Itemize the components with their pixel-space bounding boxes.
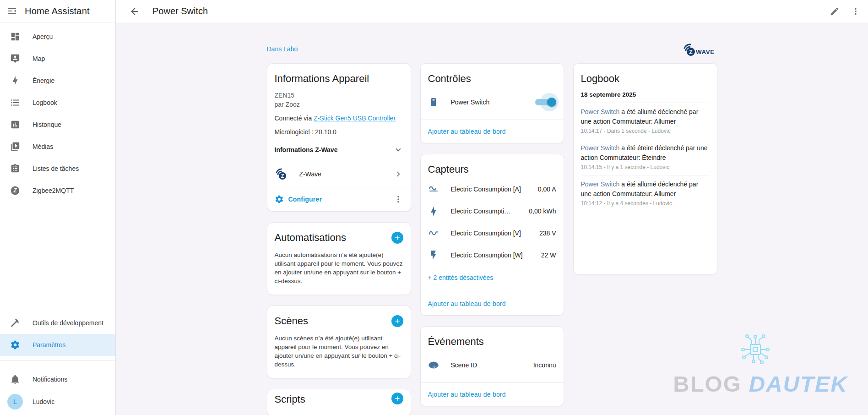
list-bulleted-icon [10,98,20,108]
logbook-meta: 10:14:17 - Dans 1 seconde - Ludovic [581,128,710,134]
current-ac-icon [428,184,439,195]
power-switch-toggle[interactable] [535,95,556,109]
sensor-row[interactable]: Electric Consumption [W] 22 W [428,244,556,266]
sidebar-item-listes-de-taches[interactable]: Listes de tâches [0,158,115,180]
menu-toggle-icon[interactable] [6,5,17,16]
zwave-integration-row[interactable]: Z Z-Wave [275,168,403,180]
eye-check-icon [428,360,439,371]
sidebar-item-energie[interactable]: Énergie [0,70,115,92]
controller-link[interactable]: Z-Stick Gen5 USB Controller [314,115,396,122]
sensor-row[interactable]: Electric Consumption [A] 0,00 A [428,178,556,200]
device-model: ZEN15 [275,91,403,100]
sidebar-nav: Aperçu Map Énergie Logbook Historique Mé… [0,22,115,202]
hammer-icon [10,318,20,328]
topbar: Power Switch [116,0,868,22]
device-info-title: Informations Appareil [275,73,403,85]
clipboard-list-icon [10,164,20,174]
sidebar-item-label: Logbook [33,99,57,106]
sidebar-item-medias[interactable]: Médias [0,136,115,158]
view-dashboard-icon [10,32,20,42]
gear-icon [10,340,20,350]
chevron-down-icon [393,145,403,155]
automations-empty-text: Aucun automatisations n’a été ajouté(e) … [275,251,403,285]
scripts-card-partial: Scripts [267,389,411,415]
sidebar-item-apercu[interactable]: Aperçu [0,26,115,48]
device-menu-icon[interactable] [393,194,403,204]
sidebar-item-label: Outils de développement [33,319,103,327]
logbook-entity-link[interactable]: Power Switch [581,108,620,115]
logbook-title: Logbook [581,73,710,85]
sidebar-item-label: Zigbee2MQTT [33,187,74,194]
automations-title: Automatisations [275,232,347,244]
sensor-label: Electric Consumption [W] [451,251,526,259]
add-scene-button[interactable] [391,315,403,327]
sensors-card: Capteurs Electric Consumption [A] 0,00 A… [420,154,564,316]
control-entity-label[interactable]: Power Switch [451,98,523,106]
scenes-empty-text: Aucun scènes n’a été ajouté(e) utilisant… [275,334,403,369]
sidebar-profile[interactable]: L Ludovic [0,390,115,413]
sidebar-item-map[interactable]: Map [0,48,115,70]
events-add-to-dashboard-link[interactable]: Ajouter au tableau de bord [428,383,556,406]
logbook-entry[interactable]: Power Switch a été éteint déclenché par … [581,139,710,175]
disabled-entities-link[interactable]: + 2 entités désactivées [428,270,556,285]
svg-text:Z: Z [689,49,692,55]
sidebar-item-label: Médias [33,143,53,150]
zwave-info-label: Informations Z-Wave [275,146,338,153]
edit-pencil-icon[interactable] [830,6,840,16]
sensors-add-to-dashboard-link[interactable]: Ajouter au tableau de bord [428,292,556,315]
toggle-knob [547,98,556,107]
sensor-label: Electric Consumption [V] [451,229,524,237]
sidebar-item-parametres[interactable]: Paramètres [0,334,115,356]
sidebar-item-label: Notifications [33,376,67,383]
lightning-bolt-icon [10,76,20,86]
device-manufacturer: par Zooz [275,100,403,109]
sensor-value: 22 W [541,251,556,259]
event-entity-label[interactable]: Scene ID [451,361,518,369]
logbook-meta: 10:14:15 - Il y a 1 seconde - Ludovic [581,164,710,170]
overflow-menu-icon[interactable] [851,6,861,16]
z-wave-icon: Z [275,168,288,180]
scenes-title: Scènes [275,315,308,327]
lightning-bolt-icon [428,206,439,217]
sidebar-item-label: Listes de tâches [33,165,79,172]
sidebar-item-zigbee2mqtt[interactable]: Z Zigbee2MQTT [0,180,115,202]
logbook-entry[interactable]: Power Switch a été allumé déclenché par … [581,175,710,211]
events-title: Événements [428,336,556,348]
logbook-meta: 10:14:12 - Il y a 4 secondes - Ludovic [581,200,710,207]
power-plug-device-icon [428,97,439,108]
sidebar-item-historique[interactable]: Historique [0,114,115,136]
events-card: Événements Scene ID Inconnu Ajouter au t… [420,326,564,406]
configure-label: Configurer [288,196,322,203]
configure-button[interactable]: Configurer [275,195,322,204]
app-title: Home Assistant [25,6,90,16]
flash-icon [428,250,439,261]
sidebar-item-notifications[interactable]: Notifications [0,368,115,390]
z-wave-logo: Z WAVE [680,41,717,57]
back-arrow-icon[interactable] [129,6,140,17]
main-content: Dans Labo Z WAVE Informations Appareil Z… [116,22,868,415]
zigbee-logo-icon: Z [10,186,20,196]
logbook-entry[interactable]: Power Switch a été allumé déclenché par … [581,103,710,139]
sensor-row[interactable]: Electric Consumption [V] 238 V [428,222,556,244]
svg-text:Z: Z [281,173,284,179]
sidebar: Home Assistant Aperçu Map Énergie Logboo… [0,0,116,415]
sidebar-item-label: Énergie [33,77,54,84]
sidebar-item-label: Aperçu [33,33,53,40]
sidebar-header: Home Assistant [0,0,115,22]
sensor-label: Electric Consumption [kWh] [451,208,514,215]
sensor-value: 0,00 A [538,186,556,193]
logbook-entity-link[interactable]: Power Switch [581,180,620,188]
controls-card: Contrôles Power Switch Ajouter au [420,63,564,143]
sidebar-item-logbook[interactable]: Logbook [0,92,115,114]
add-automation-button[interactable] [391,232,403,244]
sensor-row[interactable]: Electric Consumption [kWh] 0,00 kWh [428,200,556,222]
zwave-info-expander[interactable]: Informations Z-Wave [275,145,403,155]
profile-name: Ludovic [33,398,54,405]
scenes-card: Scènes Aucun scènes n’a été ajouté(e) ut… [267,306,411,378]
breadcrumb[interactable]: Dans Labo [267,45,298,53]
add-script-button[interactable] [391,393,403,404]
sidebar-item-dev-tools[interactable]: Outils de développement [0,312,115,334]
automations-card: Automatisations Aucun automatisations n’… [267,222,411,295]
logbook-entity-link[interactable]: Power Switch [581,144,620,152]
controls-add-to-dashboard-link[interactable]: Ajouter au tableau de bord [428,120,556,143]
